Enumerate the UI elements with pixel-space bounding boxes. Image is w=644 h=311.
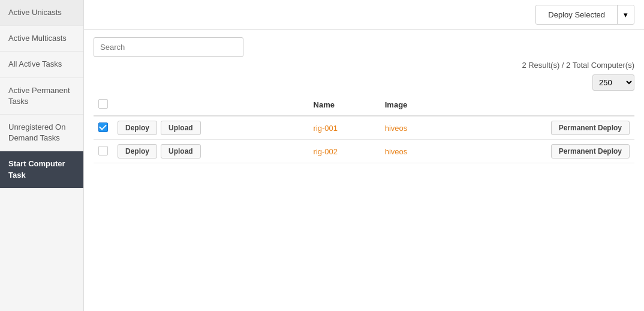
row-image-0: hiveos — [380, 116, 448, 140]
image-text-1: hiveos — [385, 147, 408, 156]
row-checkbox-1[interactable] — [98, 146, 108, 156]
sidebar-item-all-active-tasks[interactable]: All Active Tasks — [0, 52, 83, 77]
results-text: 2 Result(s) / 2 Total Computer(s) — [522, 61, 634, 70]
search-input[interactable] — [94, 37, 243, 57]
deploy-button-0[interactable]: Deploy — [118, 121, 157, 135]
sidebar: Active UnicastsActive MulticastsAll Acti… — [0, 0, 84, 311]
sidebar-item-active-permanent-tasks[interactable]: Active Permanent Tasks — [0, 78, 83, 115]
search-area — [84, 30, 644, 57]
row-image-1: hiveos — [380, 140, 448, 163]
table-container: Name Image DeployUploadrig-001hiveosPerm… — [84, 94, 644, 311]
row-actions-1: DeployUpload — [113, 140, 309, 163]
deploy-dropdown-button[interactable]: ▾ — [617, 5, 634, 24]
row-checkbox-cell-1 — [94, 140, 113, 163]
row-name-0: rig-001 — [309, 116, 380, 140]
sidebar-item-start-computer-task[interactable]: Start Computer Task — [0, 151, 83, 188]
main-content: Deploy Selected ▾ 2 Result(s) / 2 Total … — [84, 0, 644, 311]
row-actions-0: DeployUpload — [113, 116, 309, 140]
results-info: 2 Result(s) / 2 Total Computer(s) — [84, 57, 644, 72]
row-checkbox-cell-0 — [94, 116, 113, 140]
name-link-1[interactable]: rig-002 — [314, 147, 338, 156]
name-link-0[interactable]: rig-001 — [314, 124, 338, 133]
header-name: Name — [309, 94, 380, 116]
row-name-1: rig-002 — [309, 140, 380, 163]
deploy-button-1[interactable]: Deploy — [118, 144, 157, 159]
header-permanent — [448, 94, 634, 116]
table-body: DeployUploadrig-001hiveosPermanent Deplo… — [94, 116, 634, 163]
table-header-row: Name Image — [94, 94, 634, 116]
image-text-0: hiveos — [385, 124, 408, 133]
header-image: Image — [380, 94, 448, 116]
header-checkbox[interactable] — [98, 99, 108, 109]
upload-button-0[interactable]: Upload — [161, 121, 201, 135]
deploy-selected-button[interactable]: Deploy Selected — [536, 5, 617, 24]
table-row: DeployUploadrig-002hiveosPermanent Deplo… — [94, 140, 634, 163]
per-page-area: 2550100250500 — [84, 72, 644, 94]
row-permanent-0: Permanent Deploy — [448, 116, 634, 140]
header-actions — [113, 94, 309, 116]
sidebar-item-active-multicasts[interactable]: Active Multicasts — [0, 26, 83, 52]
deploy-selected-group: Deploy Selected ▾ — [535, 5, 634, 25]
sidebar-item-unregistered-on-demand-tasks[interactable]: Unregistered On Demand Tasks — [0, 115, 83, 151]
row-checkbox-0[interactable] — [98, 122, 108, 132]
top-bar: Deploy Selected ▾ — [84, 0, 644, 30]
sidebar-item-active-unicasts[interactable]: Active Unicasts — [0, 0, 83, 26]
upload-button-1[interactable]: Upload — [161, 144, 201, 159]
computers-table: Name Image DeployUploadrig-001hiveosPerm… — [94, 94, 634, 163]
per-page-select[interactable]: 2550100250500 — [592, 74, 634, 91]
permanent-deploy-button-0[interactable]: Permanent Deploy — [551, 121, 630, 135]
header-checkbox-cell — [94, 94, 113, 116]
table-row: DeployUploadrig-001hiveosPermanent Deplo… — [94, 116, 634, 140]
row-permanent-1: Permanent Deploy — [448, 140, 634, 163]
permanent-deploy-button-1[interactable]: Permanent Deploy — [551, 144, 630, 159]
